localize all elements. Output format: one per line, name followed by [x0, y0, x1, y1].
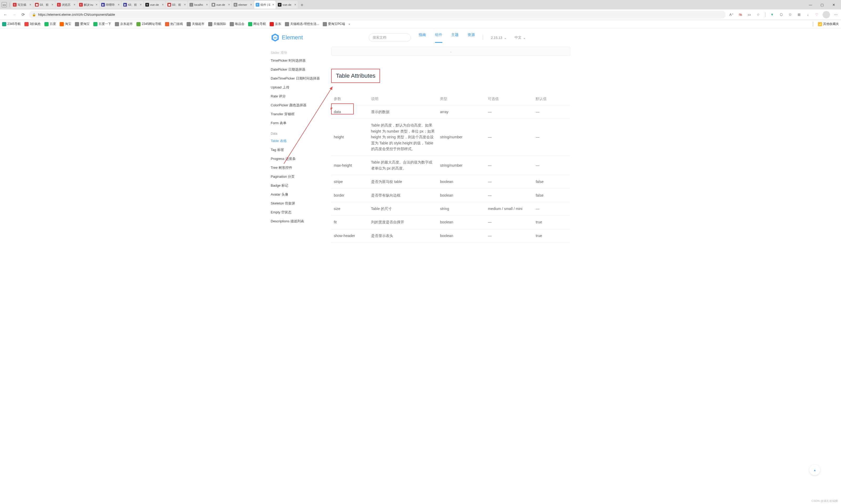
browser-tabbar: ▭ C写文稿×▦03、前×C浏览历×C解决'vu×▶哔哩哔×▶43、前×Vvue…	[0, 0, 841, 10]
sidebar-item[interactable]: Slider 滑块	[271, 49, 331, 56]
tab-actions-icon[interactable]: ▭	[2, 2, 7, 7]
close-window-button[interactable]: ✕	[828, 1, 839, 9]
version-selector[interactable]: 2.15.13 ⌄	[491, 36, 507, 40]
nav-link[interactable]: 指南	[419, 33, 426, 43]
collections-panel-icon[interactable]: ⊞	[796, 12, 802, 18]
sidebar-item[interactable]: Rate 评分	[271, 92, 331, 101]
browser-tab[interactable]: ⌂localhc×	[188, 1, 209, 9]
sidebar-item[interactable]: Table 表格	[271, 137, 331, 145]
tab-close-icon[interactable]: ×	[30, 3, 31, 6]
tab-close-icon[interactable]: ×	[118, 3, 120, 6]
bookmark-label: 3折疯抢	[30, 22, 41, 26]
browser-tab[interactable]: C浏览历×	[55, 1, 77, 9]
browser-tab[interactable]: E组件 | E×	[254, 1, 276, 9]
sidebar-item[interactable]: Avatar 头像	[271, 190, 331, 199]
tab-title: vue-de	[150, 3, 161, 6]
sidebar-item[interactable]: Skeleton 骨架屏	[271, 199, 331, 208]
bookmark-item[interactable]: 天猫国际	[208, 22, 226, 26]
sidebar-item[interactable]: Progress 进度条	[271, 154, 331, 163]
reload-button[interactable]: ⟳	[20, 12, 26, 18]
sidebar-item[interactable]: Upload 上传	[271, 83, 331, 92]
sidebar-item[interactable]: Pagination 分页	[271, 172, 331, 181]
browser-essentials-icon[interactable]: ♡	[814, 12, 820, 18]
bookmark-item[interactable]: 2345网址导航	[136, 22, 161, 26]
browser-tab[interactable]: 🗎vue-de×	[210, 1, 231, 9]
bookmark-item[interactable]: 爱淘宝PC端	[323, 22, 345, 26]
url-input[interactable]: 🔒 https://element.eleme.cn/#/zh-CN/compo…	[29, 11, 726, 19]
browser-tab[interactable]: C解决'vu×	[78, 1, 99, 9]
sidebar-item[interactable]: Tag 标签	[271, 145, 331, 154]
site-header: Element 搜索文档 指南组件主题资源 2.15.13 ⌄ 中文 ⌄	[0, 28, 841, 47]
sidebar-item[interactable]: DateTimePicker 日期时间选择器	[271, 74, 331, 83]
maximize-button[interactable]: ▢	[816, 1, 828, 9]
tab-close-icon[interactable]: ×	[184, 3, 186, 6]
scroll-to-top-button[interactable]: ▴	[809, 465, 820, 475]
nav-link[interactable]: 组件	[435, 33, 442, 43]
tab-close-icon[interactable]: ×	[162, 3, 164, 6]
tab-close-icon[interactable]: ×	[228, 3, 230, 6]
back-button[interactable]: ←	[2, 12, 8, 18]
vue-devtools-icon[interactable]: ▼	[769, 12, 775, 18]
bookmark-item[interactable]: 天猫精选-理想生活...	[285, 22, 319, 26]
browser-tab[interactable]: Vvue-de×	[276, 1, 298, 9]
sidebar-item[interactable]: TimePicker 时间选择器	[271, 56, 331, 65]
bookmark-item[interactable]: 天猫超市	[187, 22, 204, 26]
browser-tab[interactable]: ▶哔哩哔×	[100, 1, 121, 9]
code-example-collapsed[interactable]: ⌄	[331, 47, 570, 56]
sidebar-item[interactable]: Transfer 穿梭框	[271, 110, 331, 119]
sidebar-item[interactable]: Tree 树形控件	[271, 163, 331, 172]
sidebar-item[interactable]: Descriptions 描述列表	[271, 217, 331, 226]
tab-close-icon[interactable]: ×	[206, 3, 208, 6]
new-tab-button[interactable]: ＋	[298, 1, 306, 8]
tab-close-icon[interactable]: ×	[140, 3, 142, 6]
site-logo[interactable]: Element	[271, 33, 303, 42]
browser-tab[interactable]: C写文稿×	[11, 1, 33, 9]
bookmark-item[interactable]: 爱淘宝	[75, 22, 90, 26]
bookmark-item[interactable]: 百度	[45, 22, 56, 26]
nav-link[interactable]: 主题	[451, 33, 459, 43]
language-selector[interactable]: 中文 ⌄	[515, 35, 526, 40]
browser-tab[interactable]: Gelemer×	[232, 1, 254, 9]
browser-tab[interactable]: ▦03、前×	[166, 1, 187, 9]
favorites-bar-icon[interactable]: ✩	[787, 12, 793, 18]
other-bookmarks-folder[interactable]: 📁 其他收藏夹	[818, 22, 839, 26]
extension-icon[interactable]: ⬡	[778, 12, 784, 18]
bookmark-item[interactable]: 唯品会	[230, 22, 244, 26]
sidebar-item[interactable]: Form 表单	[271, 119, 331, 128]
more-menu-icon[interactable]: ⋯	[833, 12, 839, 18]
tab-favicon: ▶	[101, 3, 105, 6]
tab-close-icon[interactable]: ×	[73, 3, 75, 6]
bookmark-item[interactable]: 百度一下	[93, 22, 111, 26]
bookmark-item[interactable]: 网址导航	[248, 22, 266, 26]
minimize-button[interactable]: —	[805, 1, 816, 9]
table-cell: max-height	[331, 156, 368, 175]
sidebar-item[interactable]: Empty 空状态	[271, 208, 331, 217]
sidebar-item[interactable]: Badge 标记	[271, 181, 331, 190]
shopping-icon[interactable]: 🛍	[737, 12, 743, 18]
downloads-icon[interactable]: ↓	[805, 12, 811, 18]
sidebar-item[interactable]: ColorPicker 颜色选择器	[271, 101, 331, 110]
browser-tab[interactable]: Vvue-de×	[144, 1, 165, 9]
browser-tab[interactable]: ▶43、前×	[122, 1, 143, 9]
tab-close-icon[interactable]: ×	[96, 3, 98, 6]
bookmark-item[interactable]: 淘宝	[59, 22, 71, 26]
doc-search-input[interactable]: 搜索文档	[369, 33, 411, 42]
bookmarks-overflow[interactable]: ›	[349, 22, 350, 26]
tab-close-icon[interactable]: ×	[272, 3, 274, 6]
forward-button[interactable]: →	[11, 12, 17, 18]
bookmark-item[interactable]: 京东	[270, 22, 281, 26]
tab-close-icon[interactable]: ×	[250, 3, 252, 6]
browser-tab[interactable]: ▦03、前×	[33, 1, 55, 9]
bookmark-item[interactable]: 京东超市	[115, 22, 133, 26]
tab-close-icon[interactable]: ×	[294, 3, 296, 6]
favorite-icon[interactable]: ☆	[755, 12, 761, 18]
sidebar-item[interactable]: DatePicker 日期选择器	[271, 65, 331, 74]
bookmark-item[interactable]: 2345导航	[2, 22, 21, 26]
bookmark-item[interactable]: 热门游戏	[165, 22, 183, 26]
profile-avatar[interactable]	[823, 11, 830, 18]
bookmark-item[interactable]: 3折疯抢	[24, 22, 41, 26]
collections-icon[interactable]: ▭	[746, 12, 752, 18]
nav-link[interactable]: 资源	[467, 33, 475, 43]
tab-close-icon[interactable]: ×	[52, 3, 53, 6]
read-aloud-icon[interactable]: A⁺	[728, 12, 735, 18]
